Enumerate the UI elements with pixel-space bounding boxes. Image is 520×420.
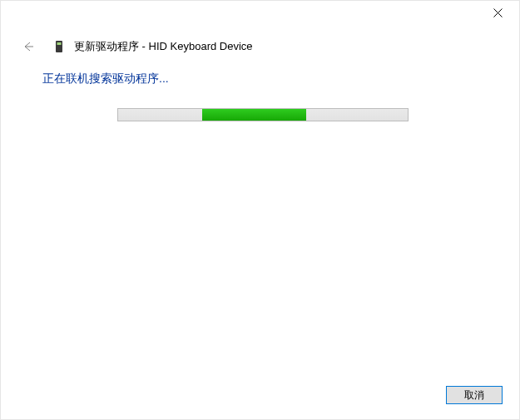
- close-button[interactable]: [479, 2, 517, 22]
- dialog-footer: 取消: [446, 386, 503, 404]
- progress-bar: [117, 108, 409, 121]
- back-button[interactable]: [19, 37, 37, 56]
- dialog-header: 更新驱动程序 - HID Keyboard Device: [1, 34, 519, 59]
- dialog-content: 正在联机搜索驱动程序...: [42, 72, 496, 121]
- back-arrow-icon: [22, 40, 35, 53]
- status-text: 正在联机搜索驱动程序...: [42, 72, 496, 86]
- dialog-title: 更新驱动程序 - HID Keyboard Device: [74, 39, 253, 54]
- device-icon: [52, 40, 66, 53]
- progress-fill: [202, 109, 306, 121]
- svg-rect-4: [57, 42, 62, 45]
- close-icon: [493, 8, 503, 17]
- cancel-button[interactable]: 取消: [446, 386, 503, 404]
- driver-update-dialog: 更新驱动程序 - HID Keyboard Device 正在联机搜索驱动程序.…: [0, 0, 520, 420]
